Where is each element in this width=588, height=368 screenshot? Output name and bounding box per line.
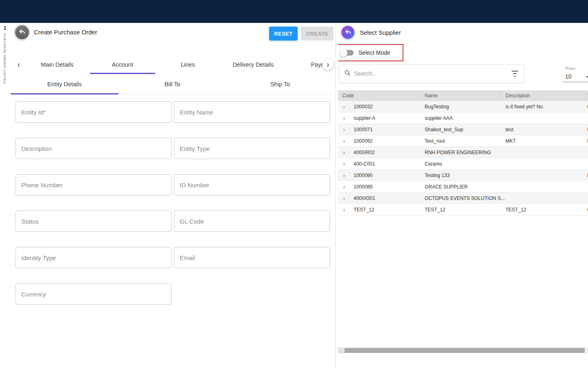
table-row[interactable]: › 1000032 BugTesting is it fixed yet? No… xyxy=(338,101,588,112)
cell-code: 1000071 xyxy=(354,124,373,135)
active-subtab-indicator xyxy=(11,93,118,94)
header-name: Name xyxy=(425,90,438,101)
supplier-back-button[interactable] xyxy=(341,26,354,39)
row-expand-chevron-icon[interactable]: › xyxy=(343,204,345,215)
row-expand-chevron-icon[interactable]: › xyxy=(343,193,345,204)
cell-name: Shaikot_test_Sup xyxy=(425,124,463,135)
cell-description: MKT xyxy=(506,135,516,147)
header-description: Description xyxy=(506,90,530,101)
select-supplier-panel: Select Supplier Select Mode Rows 10 ▾ Co… xyxy=(338,23,588,368)
table-row[interactable]: › TEST_12 TEST_12 TEST_12 C xyxy=(338,204,588,215)
rows-value: 10 xyxy=(565,73,572,80)
cell-code: 400-C001 xyxy=(354,158,375,170)
row-expand-chevron-icon[interactable]: › xyxy=(343,124,345,135)
id-number-input[interactable] xyxy=(174,174,330,195)
create-button[interactable]: CREATE xyxy=(301,27,334,40)
cell-code: 1000092 xyxy=(354,135,373,147)
scrollbar-left-button[interactable] xyxy=(338,348,345,353)
table-row[interactable]: › 1000085 GRACE SUPPLIER xyxy=(338,181,588,193)
subtab-ship-to[interactable]: Ship To xyxy=(226,74,334,94)
entity-id-input[interactable] xyxy=(16,101,172,123)
filter-icon[interactable] xyxy=(511,70,519,77)
cell-name: GRACE SUPPLIER xyxy=(425,181,468,193)
horizontal-scrollbar[interactable] xyxy=(338,348,588,353)
scrollbar-thumb[interactable] xyxy=(345,348,585,353)
page-title: Create Purchase Order xyxy=(34,29,97,36)
tabs-scroll-right-icon[interactable]: › xyxy=(322,59,334,70)
header-code: Code xyxy=(342,90,354,101)
table-row[interactable]: › 4000/O01 OCTOPUS EVENTS SOLUTION S... xyxy=(338,193,588,204)
field-description xyxy=(16,138,172,159)
table-row[interactable]: › 1000092 Test_rout MKT I xyxy=(338,135,588,147)
tab-delivery-details[interactable]: Delivery Details xyxy=(220,55,286,74)
tab-main-details[interactable]: Main Details xyxy=(24,55,90,74)
field-status xyxy=(16,211,172,232)
create-purchase-order-panel: Create Purchase Order RESET CREATE ‹ Mai… xyxy=(10,23,336,368)
cell-description: is it fixed yet? No xyxy=(506,101,543,112)
entity-type-input[interactable] xyxy=(174,138,330,159)
cell-code: 4000/O01 xyxy=(354,193,375,204)
row-expand-chevron-icon[interactable]: › xyxy=(343,181,345,193)
tab-lines[interactable]: Lines xyxy=(155,55,220,74)
table-row[interactable]: › 400-C001 Ceramo xyxy=(338,158,588,170)
main-tab-bar: ‹ Main Details Account Lines Delivery De… xyxy=(10,55,336,74)
app-window: 1 PURCHASE ORDER LISTING Create Purchase… xyxy=(0,0,588,368)
cell-name: Test_rout xyxy=(425,135,445,147)
tabs-scroll-left-icon[interactable]: ‹ xyxy=(13,59,24,70)
table-row[interactable]: › supplier A supplier AAA xyxy=(338,112,588,124)
supplier-search-bar xyxy=(339,64,524,83)
cell-code: supplier A xyxy=(354,112,375,124)
select-mode-toggle[interactable] xyxy=(340,50,354,56)
rail-label: PURCHASE ORDER LISTING xyxy=(3,34,7,84)
field-email xyxy=(174,247,330,268)
rows-per-page-select[interactable]: Rows 10 ▾ xyxy=(563,66,588,82)
table-row[interactable]: › 4000/R02 RNH POWER ENGINEERING xyxy=(338,147,588,158)
subtab-bill-to[interactable]: Bill To xyxy=(118,74,226,94)
email-input[interactable] xyxy=(174,247,330,268)
row-expand-chevron-icon[interactable]: › xyxy=(343,147,345,158)
cell-code: TEST_12 xyxy=(354,204,374,215)
field-gl-code xyxy=(174,211,330,232)
table-row[interactable]: › 1000071 Shaikot_test_Sup test I xyxy=(338,124,588,135)
identity-type-input[interactable] xyxy=(16,247,172,268)
status-input[interactable] xyxy=(16,211,172,232)
description-input[interactable] xyxy=(16,138,172,159)
field-id-number xyxy=(174,174,330,195)
row-expand-chevron-icon[interactable]: › xyxy=(343,101,345,112)
entity-details-form xyxy=(16,101,331,305)
field-entity-type xyxy=(174,138,330,159)
cell-name: OCTOPUS EVENTS SOLUTION S... xyxy=(425,193,505,204)
field-entity-id xyxy=(16,101,172,123)
row-expand-chevron-icon[interactable]: › xyxy=(343,170,345,181)
row-expand-chevron-icon[interactable]: › xyxy=(343,112,345,124)
tab-account[interactable]: Account xyxy=(90,55,155,74)
cell-code: 1000085 xyxy=(354,181,373,193)
row-expand-chevron-icon[interactable]: › xyxy=(343,158,345,170)
table-row[interactable]: › 1000090 Testing 133 I xyxy=(338,170,588,181)
supplier-panel-title: Select Supplier xyxy=(360,29,401,36)
row-expand-chevron-icon[interactable]: › xyxy=(343,135,345,147)
caret-down-icon: ▾ xyxy=(586,74,588,79)
supplier-table: Code Name Description T › 1000032 BugTes… xyxy=(338,90,588,215)
rail-number: 1 xyxy=(0,25,10,31)
field-phone-number xyxy=(16,174,172,195)
gl-code-input[interactable] xyxy=(174,211,330,232)
search-icon xyxy=(344,70,351,78)
rows-label: Rows xyxy=(563,66,588,71)
field-currency xyxy=(16,283,172,305)
cell-name: RNH POWER ENGINEERING xyxy=(425,147,491,158)
reset-button[interactable]: RESET xyxy=(269,27,298,40)
currency-input[interactable] xyxy=(16,283,172,305)
back-button[interactable] xyxy=(15,25,29,39)
purchase-order-listing-rail[interactable]: 1 PURCHASE ORDER LISTING xyxy=(0,23,10,368)
header-divider xyxy=(501,92,501,99)
back-arrow-icon xyxy=(18,27,26,37)
cell-name: TEST_12 xyxy=(425,204,445,215)
subtab-entity-details[interactable]: Entity Details xyxy=(11,74,118,94)
header-divider xyxy=(585,92,585,99)
phone-number-input[interactable] xyxy=(16,174,172,195)
entity-name-input[interactable] xyxy=(174,101,330,123)
search-input[interactable] xyxy=(354,70,511,77)
cell-description: TEST_12 xyxy=(506,204,526,215)
cell-code: 1000032 xyxy=(354,101,373,112)
